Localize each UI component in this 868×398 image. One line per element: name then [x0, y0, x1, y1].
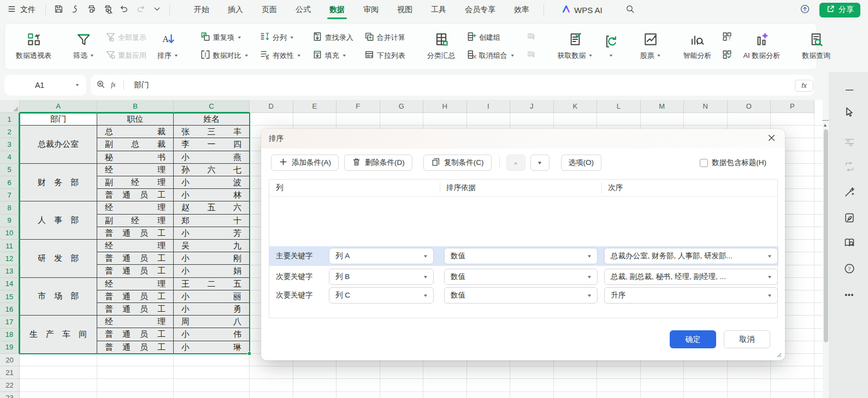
ribbon-consolidate-button[interactable]: 合并计算 — [362, 31, 408, 44]
cell-dept-6[interactable]: 生 产 车 间 — [20, 316, 97, 354]
cell-name[interactable]: 小芳 — [174, 227, 250, 240]
formula-bar[interactable]: fx 部门 — [91, 75, 814, 96]
ribbon-sort-az-button[interactable]: A排序▼ — [152, 30, 184, 63]
cell-B1[interactable]: 职位 — [97, 113, 174, 126]
row-header-7[interactable]: 7 — [0, 189, 20, 201]
row-header-18[interactable]: 18 — [0, 329, 20, 341]
row-header-14[interactable]: 14 — [0, 278, 20, 290]
cell-title[interactable]: 普通员工 — [97, 227, 174, 240]
sliders-button[interactable] — [843, 135, 856, 148]
row-header-6[interactable]: 6 — [0, 176, 20, 189]
condition-row-2[interactable]: 次要关键字列 B▼数值▼总裁, 副总裁, 秘书, 经理, 副经理, ...▼ — [269, 267, 778, 287]
row-header-12[interactable]: 12 — [0, 252, 20, 265]
ribbon-dropdown-list-button[interactable]: 下拉列表 — [362, 49, 408, 62]
ribbon-funnel-off-button[interactable]: 全部显示 — [103, 31, 149, 44]
cell-name[interactable]: 吴九 — [174, 240, 250, 252]
row-header-22[interactable]: 22 — [0, 379, 20, 391]
ribbon-funnel-button[interactable]: 筛选▼ — [68, 30, 100, 63]
row-header-21[interactable]: 21 — [0, 366, 20, 379]
scroll-up-icon[interactable]: ▲ — [823, 122, 828, 128]
scrollbar-split-handle[interactable]: — — [822, 116, 830, 118]
row-header-1[interactable]: 1 — [0, 113, 20, 126]
print-preview-button[interactable] — [99, 3, 116, 17]
column-header-A[interactable]: A — [20, 100, 97, 113]
magic-wand-button[interactable] — [843, 186, 856, 199]
cell-name[interactable]: 赵五六 — [174, 201, 250, 214]
column-header-O[interactable]: O — [728, 100, 771, 113]
row-header-23[interactable]: 23 — [0, 392, 20, 398]
save-button[interactable] — [50, 3, 67, 17]
row-header-15[interactable]: 15 — [0, 290, 20, 303]
move-down-button[interactable]: ▼ — [530, 155, 550, 171]
column-header-N[interactable]: N — [684, 100, 728, 113]
close-button[interactable] — [765, 133, 777, 145]
name-box[interactable]: A1 ▼ — [4, 75, 86, 96]
ribbon-smart-analysis-button[interactable]: 智能分析 — [677, 30, 717, 63]
wps-ai-button[interactable]: WPS AI — [562, 4, 603, 15]
column-header-C[interactable]: C — [174, 100, 250, 113]
more-dots-button[interactable] — [843, 288, 856, 301]
cell-dept-1[interactable]: 总裁办公室 — [20, 126, 97, 164]
cell-dept-3[interactable]: 人 事 部 — [20, 201, 97, 240]
cell-title[interactable]: 普通员工 — [97, 328, 174, 341]
loop-pivot-button[interactable] — [843, 161, 856, 174]
ribbon-create-group-button[interactable]: 创建组 — [464, 31, 517, 44]
column-header-L[interactable]: L — [597, 100, 641, 113]
cell-name[interactable]: 小刚 — [174, 252, 250, 265]
tab-会员专享[interactable]: 会员专享 — [464, 1, 497, 19]
column-header-M[interactable]: M — [641, 100, 684, 113]
column-header-D[interactable]: D — [250, 100, 293, 113]
cell-name[interactable]: 郑十 — [174, 215, 250, 227]
ok-button[interactable]: 确定 — [670, 330, 716, 348]
cell-title[interactable]: 普通员工 — [97, 290, 174, 303]
cell-title[interactable]: 普通员工 — [97, 252, 174, 265]
row-header-13[interactable]: 13 — [0, 265, 20, 278]
cell-dept-4[interactable]: 研 发 部 — [20, 240, 97, 278]
cell-title[interactable]: 普通员工 — [97, 341, 174, 354]
column-dropdown[interactable]: 列 B▼ — [329, 269, 434, 285]
ribbon-grid-question-button[interactable]: ? — [720, 31, 734, 44]
eco-leaf-button[interactable] — [843, 212, 856, 225]
ribbon-grid-check-button[interactable] — [720, 49, 734, 62]
cell-title[interactable]: 副经理 — [97, 176, 174, 189]
row-header-20[interactable]: 20 — [0, 354, 20, 366]
ribbon-fill-down-button[interactable]: 填充▼ — [310, 49, 356, 62]
row-header-5[interactable]: 5 — [0, 164, 20, 176]
collapse-dash-button[interactable] — [843, 84, 856, 97]
tab-工具[interactable]: 工具 — [430, 1, 447, 19]
help-button[interactable]: ? — [843, 263, 856, 276]
options-button[interactable]: 选项(O) — [561, 155, 602, 171]
cell-name[interactable]: 小燕 — [174, 151, 250, 164]
cell-name[interactable]: 李一四 — [174, 138, 250, 151]
tab-页面[interactable]: 页面 — [261, 1, 278, 19]
cell-dept-5[interactable]: 市 场 部 — [20, 278, 97, 316]
row-header-17[interactable]: 17 — [0, 316, 20, 328]
condition-row-1[interactable]: 主要关键字列 A▼数值▼总裁办公室, 财务部, 人事部, 研发部...▼ — [269, 246, 778, 266]
file-menu[interactable]: 文件 — [0, 4, 41, 15]
cell-name[interactable]: 周八 — [174, 316, 250, 328]
ribbon-stock-button[interactable]: 股票▼ — [635, 30, 667, 63]
cell-name[interactable]: 小勇 — [174, 303, 250, 316]
ribbon-split-cols-button[interactable]: 分列▼ — [258, 31, 304, 44]
cell-title[interactable]: 普通员工 — [97, 303, 174, 316]
basis-dropdown[interactable]: 数值▼ — [444, 248, 598, 264]
column-header-I[interactable]: I — [467, 100, 511, 113]
cloud-upload-button[interactable] — [796, 3, 813, 17]
cell-name[interactable]: 小林 — [174, 189, 250, 201]
column-header-P[interactable]: P — [771, 100, 814, 113]
ribbon-refresh-button[interactable]: ▼ — [599, 32, 624, 61]
row-header-10[interactable]: 10 — [0, 227, 20, 240]
ribbon-get-data-button[interactable]: 获取数据▼ — [552, 30, 599, 63]
basis-dropdown[interactable]: 数值▼ — [444, 269, 598, 285]
cell-name[interactable]: 小娟 — [174, 265, 250, 277]
cell-title[interactable]: 秘书 — [97, 151, 174, 164]
header-checkbox-group[interactable]: 数据包含标题(H) — [700, 158, 775, 168]
copy-condition-button[interactable]: 复制条件(C) — [423, 155, 492, 171]
resize-grip-icon[interactable] — [775, 351, 782, 358]
fx-icon[interactable]: fx — [110, 80, 119, 91]
cell-title[interactable]: 经理 — [97, 240, 174, 252]
column-header-J[interactable]: J — [510, 100, 554, 113]
column-header-G[interactable]: G — [380, 100, 424, 113]
ribbon-pivot-button[interactable]: 数据透视表 — [10, 30, 57, 63]
tab-视图[interactable]: 视图 — [396, 1, 414, 19]
